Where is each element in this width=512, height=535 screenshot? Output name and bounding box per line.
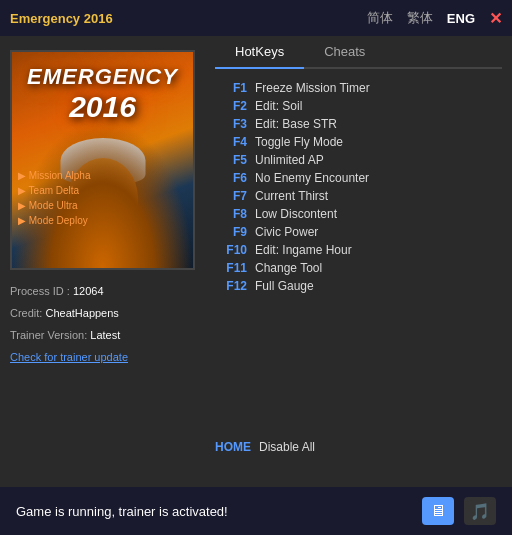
trainer-version-value: Latest: [90, 329, 120, 341]
hotkey-label: Civic Power: [255, 225, 318, 239]
hotkey-label: Edit: Soil: [255, 99, 302, 113]
hotkey-label: Unlimited AP: [255, 153, 324, 167]
hotkey-key: F11: [215, 261, 247, 275]
tab-cheats[interactable]: Cheats: [304, 36, 385, 69]
hotkey-label: Change Tool: [255, 261, 322, 275]
process-info: Process ID : 12064 Credit: CheatHappens …: [10, 280, 195, 368]
status-icons: 🖥 🎵: [422, 497, 496, 525]
lang-traditional[interactable]: 繁体: [407, 9, 433, 27]
home-action-row: HOME Disable All: [215, 438, 502, 456]
hotkey-row: F1Freeze Mission Timer: [215, 79, 502, 97]
title-bar: Emergency 2016 简体 繁体 ENG ✕: [0, 0, 512, 36]
trainer-version-line: Trainer Version: Latest: [10, 324, 195, 346]
hotkey-row: F9Civic Power: [215, 223, 502, 241]
right-panel: HotKeys Cheats F1Freeze Mission TimerF2E…: [205, 36, 512, 466]
credit-line: Credit: CheatHappens: [10, 302, 195, 324]
game-image: EMERGENCY 2016 ▶ Mission Alpha ▶ Team De…: [10, 50, 195, 270]
hotkey-label: Freeze Mission Timer: [255, 81, 370, 95]
hotkey-key: F3: [215, 117, 247, 131]
hotkey-row: F7Current Thirst: [215, 187, 502, 205]
tab-hotkeys[interactable]: HotKeys: [215, 36, 304, 69]
left-panel: EMERGENCY 2016 ▶ Mission Alpha ▶ Team De…: [0, 36, 205, 466]
hotkey-key: F12: [215, 279, 247, 293]
music-icon[interactable]: 🎵: [464, 497, 496, 525]
hotkey-row: F8Low Discontent: [215, 205, 502, 223]
main-content: EMERGENCY 2016 ▶ Mission Alpha ▶ Team De…: [0, 36, 512, 466]
close-button[interactable]: ✕: [489, 9, 502, 28]
trainer-version-label: Trainer Version:: [10, 329, 90, 341]
hotkey-label: Full Gauge: [255, 279, 314, 293]
side-list: ▶ Mission Alpha ▶ Team Delta ▶ Mode Ultr…: [18, 168, 90, 228]
hotkey-row: F4Toggle Fly Mode: [215, 133, 502, 151]
hotkey-label: Current Thirst: [255, 189, 328, 203]
hotkey-label: Edit: Base STR: [255, 117, 337, 131]
hotkey-row: F2Edit: Soil: [215, 97, 502, 115]
lang-controls: 简体 繁体 ENG ✕: [367, 9, 502, 28]
hotkey-key: F4: [215, 135, 247, 149]
credit-value: CheatHappens: [45, 307, 118, 319]
update-link[interactable]: Check for trainer update: [10, 351, 128, 363]
status-message: Game is running, trainer is activated!: [16, 504, 228, 519]
hotkey-key: F7: [215, 189, 247, 203]
process-id-line: Process ID : 12064: [10, 280, 195, 302]
process-id-label: Process ID :: [10, 285, 73, 297]
hotkey-key: F1: [215, 81, 247, 95]
hotkey-row: F3Edit: Base STR: [215, 115, 502, 133]
hotkey-row: F6No Enemy Encounter: [215, 169, 502, 187]
hotkey-row: F12Full Gauge: [215, 277, 502, 295]
hotkeys-list: F1Freeze Mission TimerF2Edit: SoilF3Edit…: [215, 79, 502, 426]
app-title: Emergency 2016: [10, 11, 113, 26]
hotkey-row: F11Change Tool: [215, 259, 502, 277]
hotkey-key: F5: [215, 153, 247, 167]
game-image-title: EMERGENCY: [12, 64, 193, 90]
process-id-value: 12064: [73, 285, 104, 297]
hotkey-label: Edit: Ingame Hour: [255, 243, 352, 257]
hotkey-label: Toggle Fly Mode: [255, 135, 343, 149]
monitor-icon[interactable]: 🖥: [422, 497, 454, 525]
lang-english[interactable]: ENG: [447, 11, 475, 26]
hotkey-row: F5Unlimited AP: [215, 151, 502, 169]
credit-label: Credit:: [10, 307, 45, 319]
lang-simplified[interactable]: 简体: [367, 9, 393, 27]
hotkey-key: F2: [215, 99, 247, 113]
status-bar: Game is running, trainer is activated! 🖥…: [0, 487, 512, 535]
tabs-bar: HotKeys Cheats: [215, 36, 502, 69]
hotkey-key: F6: [215, 171, 247, 185]
hotkey-key: F8: [215, 207, 247, 221]
hotkey-label: No Enemy Encounter: [255, 171, 369, 185]
home-label: Disable All: [259, 440, 315, 454]
home-key: HOME: [215, 440, 251, 454]
hotkey-key: F9: [215, 225, 247, 239]
hotkey-row: F10Edit: Ingame Hour: [215, 241, 502, 259]
hotkey-key: F10: [215, 243, 247, 257]
hotkey-label: Low Discontent: [255, 207, 337, 221]
